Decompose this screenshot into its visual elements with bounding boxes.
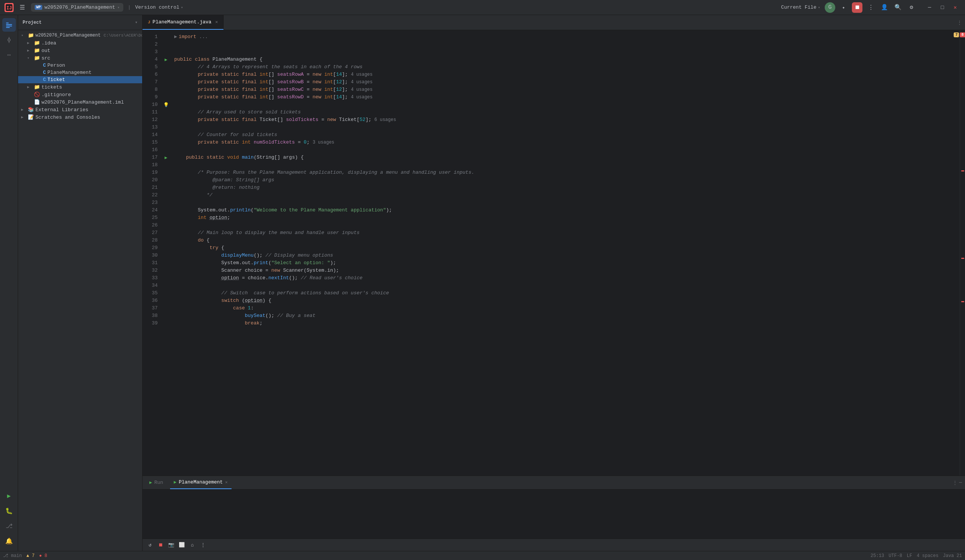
- line-num-6: 6: [149, 71, 158, 78]
- tree-item-scratches[interactable]: ▶ 📝 Scratches and Consoles: [18, 113, 142, 121]
- gutter-row-16: [161, 146, 171, 154]
- bottom-tab-close-button[interactable]: ✕: [225, 480, 228, 485]
- git-icon-button[interactable]: ⎇: [2, 519, 16, 533]
- gutter-row-17[interactable]: ▶: [161, 154, 171, 161]
- code-line-18: [171, 161, 960, 169]
- error-marker: [961, 301, 964, 302]
- status-java-version[interactable]: Java 21: [943, 553, 962, 558]
- gutter-row-25: [161, 214, 171, 222]
- line-num-28: 28: [149, 237, 158, 244]
- current-file-selector[interactable]: Current File ▾: [781, 5, 820, 10]
- line-num-32: 32: [149, 267, 158, 274]
- bottom-tab-planemanagement[interactable]: ▶ PlaneManagement ✕: [170, 476, 232, 489]
- tree-item-iml[interactable]: ▶ 📄 w2052076_PlaneManagement.iml: [18, 98, 142, 106]
- tree-item-gitignore[interactable]: ▶ 🚫 .gitignore: [18, 91, 142, 98]
- stop-button[interactable]: ⏹: [852, 2, 862, 13]
- debug-icon-button[interactable]: 🐛: [2, 504, 16, 518]
- status-warnings[interactable]: ▲ 7: [26, 553, 35, 558]
- code-editor[interactable]: ▶ import ... public class PlaneManagemen…: [171, 30, 960, 475]
- run-restart-button[interactable]: ↺: [146, 540, 155, 549]
- collapse-arrow[interactable]: ▶: [174, 33, 177, 41]
- run-gutter-col: ▶ 💡 ▶: [161, 30, 171, 475]
- tree-item-planemanagement[interactable]: ▶ C PlaneManagement: [18, 69, 142, 76]
- code-line-22: */: [171, 191, 960, 199]
- status-errors[interactable]: ● 8: [39, 553, 47, 558]
- tab-bar-more-button[interactable]: ⋮: [957, 20, 962, 26]
- main-layout: ⋯ ▶ 🐛 ⎇ 🔔 Project ▾ ▾ 📁 w2052076_PlaneMa…: [0, 15, 965, 551]
- tree-arrow: ▾: [21, 33, 26, 38]
- status-line-endings[interactable]: LF: [907, 553, 912, 558]
- tree-item-root[interactable]: ▾ 📁 w2052076_PlaneManagement C:\Users\AC…: [18, 32, 142, 39]
- maximize-button[interactable]: □: [937, 2, 948, 13]
- tab-bar-actions: ⋮: [954, 20, 965, 26]
- copilot-button[interactable]: ✦: [838, 2, 849, 13]
- code-line-39: break ;: [171, 320, 960, 327]
- bottom-panel-minimize-button[interactable]: ─: [959, 480, 962, 485]
- hamburger-menu-button[interactable]: ☰: [18, 2, 26, 13]
- tree-item-src[interactable]: ▾ 📁 src: [18, 54, 142, 62]
- gutter-row-3: [161, 48, 171, 56]
- tree-item-idea[interactable]: ▶ 📁 .idea: [18, 39, 142, 47]
- project-icon-button[interactable]: [2, 18, 16, 32]
- tree-item-person[interactable]: ▶ C Person: [18, 62, 142, 69]
- code-line-23: [171, 199, 960, 207]
- gutter-row-29: [161, 244, 171, 252]
- line-num-21: 21: [149, 184, 158, 191]
- more-options-button[interactable]: ⋮: [865, 2, 876, 13]
- settings-button[interactable]: ⚙: [906, 2, 917, 13]
- editor-content: 1 2 3 4 5 6 7 8 9 10 11 12 13 14 15 16 1…: [142, 30, 965, 475]
- status-line-col[interactable]: 25:13: [871, 553, 884, 558]
- run-screenshot-button[interactable]: 📷: [167, 540, 176, 549]
- warning-bulb-icon: 💡: [163, 102, 169, 108]
- line-num-38: 38: [149, 312, 158, 320]
- bottom-panel-more-button[interactable]: ⋮: [953, 480, 957, 486]
- minimize-button[interactable]: ─: [924, 2, 935, 13]
- code-line-36: switch ( option ) {: [171, 297, 960, 304]
- line-num-12: 12: [149, 116, 158, 124]
- tree-arrow: ▶: [21, 108, 26, 112]
- run-layout-button[interactable]: ⬜: [177, 540, 186, 549]
- status-bar: ⎇ main ▲ 7 ● 8 25:13 UTF-8 LF 4 spaces J…: [0, 551, 965, 560]
- bottom-panel-content: [142, 490, 965, 539]
- editor-tab-planemanagement[interactable]: J PlaneManagement.java ✕: [142, 15, 224, 30]
- line-num-22: 22: [149, 191, 158, 199]
- project-selector[interactable]: WP w2052076_PlaneManagement ▾: [31, 3, 123, 12]
- notifications-icon-button[interactable]: 🔔: [2, 534, 16, 548]
- tree-item-tickets[interactable]: ▶ 📁 tickets: [18, 83, 142, 91]
- code-line-33: option = choice. nextInt (); // Read use…: [171, 274, 960, 282]
- version-control-selector[interactable]: Version control ▾: [135, 5, 183, 10]
- tab-close-button[interactable]: ✕: [215, 19, 218, 25]
- run-icon[interactable]: ▶: [164, 57, 167, 62]
- line-num-26: 26: [149, 222, 158, 229]
- close-button[interactable]: ✕: [950, 2, 960, 13]
- error-count-badge[interactable]: 8: [960, 33, 965, 37]
- search-button[interactable]: 🔍: [893, 2, 903, 13]
- status-indent[interactable]: 4 spaces: [917, 553, 939, 558]
- tree-item-ticket[interactable]: ▶ C Ticket: [18, 76, 142, 83]
- gutter-row-4[interactable]: ▶: [161, 56, 171, 63]
- more-sidebar-button[interactable]: ⋯: [2, 48, 16, 62]
- gutter-row-1: [161, 33, 171, 41]
- tree-arrow: ▶: [27, 41, 33, 45]
- run-stop-button[interactable]: ⏹: [156, 540, 165, 549]
- error-marker: [961, 170, 964, 171]
- tree-item-label: out: [41, 48, 50, 54]
- run-icon: ▶: [174, 479, 177, 485]
- tree-item-out[interactable]: ▶ 📁 out: [18, 47, 142, 54]
- status-encoding[interactable]: UTF-8: [889, 553, 903, 558]
- commit-icon-button[interactable]: [2, 33, 16, 47]
- profile-button[interactable]: G: [825, 2, 835, 13]
- run-more-button[interactable]: ⋮: [198, 540, 208, 549]
- folder-icon: 📁: [34, 40, 40, 46]
- gutter-row-20: [161, 176, 171, 184]
- gutter-row-12: [161, 116, 171, 124]
- tree-item-external-libraries[interactable]: ▶ 📚 External Libraries: [18, 106, 142, 113]
- user-button[interactable]: 👤: [879, 2, 890, 13]
- status-git-branch[interactable]: ⎇ main: [3, 553, 22, 558]
- run-icon[interactable]: ▶: [164, 155, 167, 160]
- run-home-button[interactable]: ⌂: [188, 540, 197, 549]
- run-icon-button[interactable]: ▶: [2, 489, 16, 503]
- scratch-icon: 📝: [28, 114, 34, 120]
- bottom-tab-run[interactable]: ▶ Run: [146, 476, 167, 489]
- gutter-row-39: [161, 320, 171, 327]
